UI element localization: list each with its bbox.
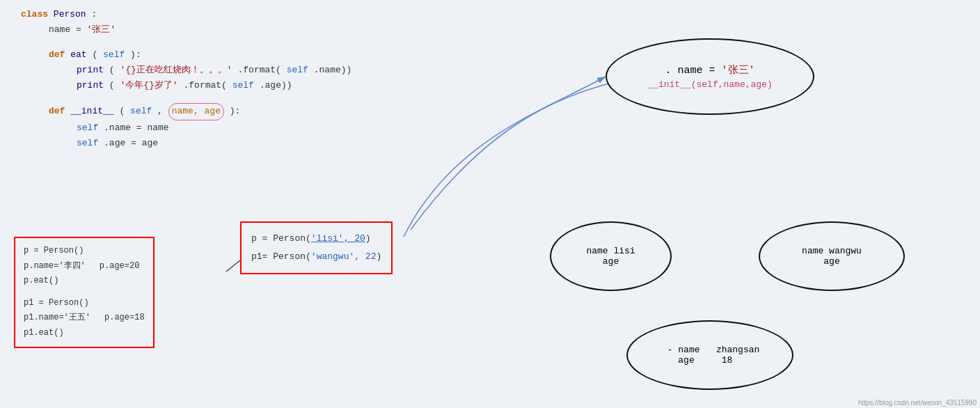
oval-wangwu-line1: name wangwu xyxy=(802,246,862,256)
keyword-class: class xyxy=(21,9,48,19)
oval-lisi: name lisi age xyxy=(550,221,672,291)
code-line-4: def eat ( self ): xyxy=(21,47,351,63)
code-line-9: self .name = name xyxy=(21,120,351,136)
mid-red-box: p = Person('lisi', 20) p1= Person('wangw… xyxy=(240,221,393,274)
code-line-2: name = '张三' xyxy=(21,22,351,38)
oval-lisi-line2: age xyxy=(586,256,635,267)
mid-box-line1: p = Person('lisi', 20) xyxy=(251,230,381,248)
oval-top-line2: __init__(self,name,age) xyxy=(647,79,772,90)
code-line-5: print ( '{}正在吃红烧肉！。。。' .format( self .na… xyxy=(21,63,351,78)
oval-bottom: - name zhangsan age 18 xyxy=(626,320,793,390)
left-box-line4: p1 = Person() xyxy=(24,296,145,311)
left-box-line5: p1.name='王五' p.age=18 xyxy=(24,311,145,326)
left-box-line3: p.eat() xyxy=(24,274,145,289)
oval-wangwu-line2: age xyxy=(802,256,862,267)
watermark: https://blog.csdn.net/weixin_43515990 xyxy=(858,399,977,407)
mid-box-line2: p1= Person('wangwu', 22) xyxy=(251,248,381,266)
left-box-line2: p.name='李四' p.age=20 xyxy=(24,259,145,274)
code-line-1: class Person : xyxy=(21,7,351,22)
left-box-line1: p = Person() xyxy=(24,244,145,259)
oval-top-line1: . name = '张三' xyxy=(647,63,772,77)
oval-top-right: . name = '张三' __init__(self,name,age) xyxy=(606,38,814,115)
left-box-line6: p1.eat() xyxy=(24,326,145,341)
params-highlight: name, age xyxy=(168,103,224,120)
code-line-10: self .age = age xyxy=(21,136,351,151)
oval-wangwu: name wangwu age xyxy=(759,221,905,291)
oval-bottom-line2: age 18 xyxy=(667,355,760,366)
code-line-6: print ( '今年{}岁了' .format( self .age)) xyxy=(21,78,351,93)
oval-lisi-line1: name lisi xyxy=(586,246,635,256)
code-line-8: def __init__ ( self , name, age ): xyxy=(21,103,351,120)
main-canvas: class Person : name = '张三' def eat ( sel… xyxy=(0,0,980,408)
oval-bottom-line1: - name zhangsan xyxy=(667,345,760,355)
code-block: class Person : name = '张三' def eat ( sel… xyxy=(21,7,351,151)
left-red-box: p = Person() p.name='李四' p.age=20 p.eat(… xyxy=(14,237,155,348)
